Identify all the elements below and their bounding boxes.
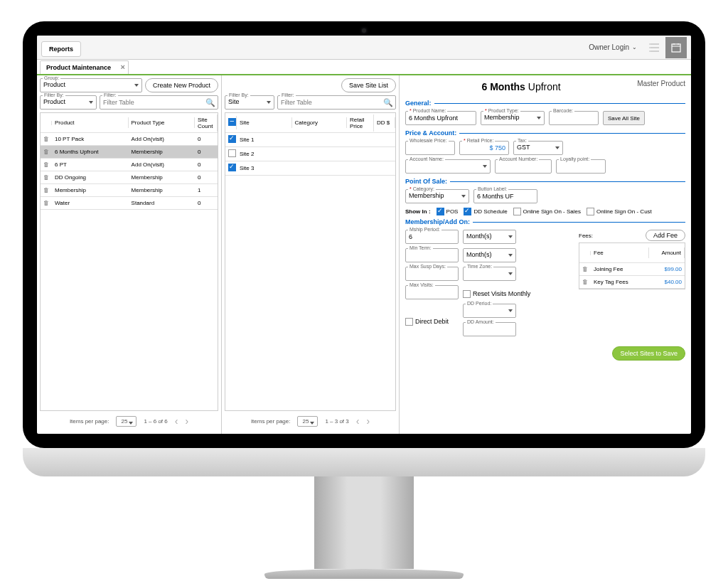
owner-login-menu[interactable]: Owner Login ⌄ xyxy=(582,43,644,51)
delete-icon[interactable]: 🗑 xyxy=(41,172,52,183)
svg-point-2 xyxy=(649,50,650,51)
close-icon[interactable]: × xyxy=(121,63,125,71)
pos-section-header: Point Of Sale: xyxy=(405,178,685,185)
chevron-down-icon: ⌄ xyxy=(632,44,637,50)
svg-point-1 xyxy=(649,47,650,48)
delete-icon[interactable]: 🗑 xyxy=(579,264,591,274)
search-icon[interactable]: 🔍 xyxy=(205,98,215,107)
timezone-select[interactable] xyxy=(463,267,516,281)
svg-rect-3 xyxy=(672,44,680,52)
retail-price-field[interactable] xyxy=(459,141,509,155)
items-per-page-select[interactable]: 25 xyxy=(116,416,136,427)
save-site-list-button[interactable]: Save Site List xyxy=(341,78,396,92)
max-susp-field[interactable] xyxy=(405,267,459,281)
fee-row[interactable]: 🗑 Key Tag Fees $40.00 xyxy=(579,276,685,289)
prev-page-icon[interactable]: ‹ xyxy=(356,415,360,427)
table-row[interactable]: Site 3 xyxy=(225,161,395,176)
loyalty-point-field[interactable] xyxy=(556,159,606,174)
svg-point-0 xyxy=(649,43,650,44)
table-row[interactable]: Site 1 xyxy=(225,133,395,147)
show-sales-checkbox[interactable] xyxy=(513,208,521,215)
min-term-unit-select[interactable]: Month(s) xyxy=(463,248,516,262)
topbar: Reports Owner Login ⌄ xyxy=(37,36,691,60)
items-per-page-select[interactable]: 25 xyxy=(297,416,318,427)
wholesale-price-field[interactable] xyxy=(405,141,455,155)
table-row[interactable]: 🗑 Membership Membership 1 xyxy=(41,184,218,197)
delete-icon[interactable]: 🗑 xyxy=(41,159,52,170)
search-icon[interactable]: 🔍 xyxy=(383,98,393,107)
site-checkbox[interactable] xyxy=(228,149,236,157)
table-row[interactable]: 🗑 6 PT Add On(visit) 0 xyxy=(41,159,218,171)
button-label-field[interactable] xyxy=(473,189,537,203)
reset-visits-checkbox[interactable] xyxy=(463,290,471,298)
mship-period-field[interactable] xyxy=(405,230,459,244)
account-number-field[interactable] xyxy=(495,159,552,174)
select-sites-to-save-button[interactable]: Select Sites to Save xyxy=(612,346,685,361)
tax-select[interactable]: GST xyxy=(513,141,563,155)
show-pos-checkbox[interactable] xyxy=(437,208,444,215)
dd-amount-field[interactable] xyxy=(463,322,516,336)
site-checkbox[interactable] xyxy=(228,164,236,171)
create-new-product-button[interactable]: Create New Product xyxy=(145,78,218,92)
dd-period-select[interactable] xyxy=(463,304,516,318)
fee-row[interactable]: 🗑 Joining Fee $99.00 xyxy=(579,263,685,276)
show-cust-checkbox[interactable] xyxy=(587,208,594,215)
select-all-checkbox[interactable] xyxy=(228,118,236,126)
max-visits-field[interactable] xyxy=(405,285,459,299)
table-row[interactable]: 🗑 10 PT Pack Add On(visit) 0 xyxy=(41,133,218,146)
site-filter-by-select[interactable]: Site xyxy=(225,95,274,110)
add-fee-button[interactable]: Add Fee xyxy=(646,230,685,241)
site-checkbox[interactable] xyxy=(228,135,236,143)
barcode-field[interactable] xyxy=(549,111,599,125)
show-dd-checkbox[interactable] xyxy=(464,208,471,215)
membership-section-header: Membership/Add On: xyxy=(405,218,685,225)
next-page-icon[interactable]: › xyxy=(185,415,188,427)
save-all-site-button[interactable]: Save All Site xyxy=(603,111,645,125)
delete-icon[interactable]: 🗑 xyxy=(579,277,591,287)
account-name-select[interactable] xyxy=(405,159,491,174)
table-row[interactable]: 🗑 6 Months Upfront Membership 0 xyxy=(41,146,218,159)
price-section-header: Price & Account: xyxy=(405,129,685,137)
delete-icon[interactable]: 🗑 xyxy=(41,198,52,208)
tab-strip: Product Maintenance × xyxy=(37,60,691,75)
mship-period-unit-select[interactable]: Month(s) xyxy=(463,230,516,244)
site-filter-input[interactable] xyxy=(277,95,396,110)
category-select[interactable]: Membership xyxy=(405,189,469,203)
delete-icon[interactable]: 🗑 xyxy=(41,134,52,144)
delete-icon[interactable]: 🗑 xyxy=(41,185,52,196)
group-label: Group: xyxy=(43,75,60,80)
table-row[interactable]: Site 2 xyxy=(225,147,395,161)
filter-input[interactable] xyxy=(100,95,218,110)
direct-debit-checkbox[interactable] xyxy=(405,318,413,326)
prev-page-icon[interactable]: ‹ xyxy=(175,415,178,427)
next-page-icon[interactable]: › xyxy=(366,415,370,427)
group-select[interactable]: Product xyxy=(40,78,142,92)
filter-by-select[interactable]: Product xyxy=(40,95,97,110)
table-row[interactable]: 🗑 DD Ongoing Membership 0 xyxy=(41,171,218,184)
reports-button[interactable]: Reports xyxy=(41,41,81,57)
product-type-select[interactable]: Membership xyxy=(481,111,545,125)
product-name-field[interactable] xyxy=(405,111,476,125)
min-term-field[interactable] xyxy=(405,248,459,262)
table-row[interactable]: 🗑 Water Standard 0 xyxy=(41,197,218,210)
list-icon[interactable] xyxy=(644,37,665,58)
master-product-badge: Master Product xyxy=(637,80,685,87)
calendar-icon[interactable] xyxy=(665,37,687,58)
general-section-header: General: xyxy=(405,100,685,107)
delete-icon[interactable]: 🗑 xyxy=(41,146,52,157)
tab-product-maintenance[interactable]: Product Maintenance × xyxy=(40,60,129,74)
